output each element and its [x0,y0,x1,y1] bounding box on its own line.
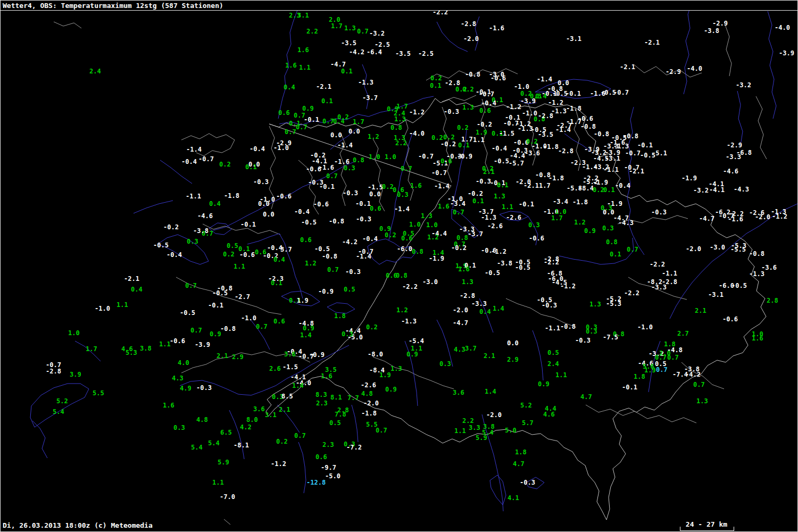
station-value: -0.1 [304,116,319,123]
status-text: Di, 26.03.2013 18:00z (c) Meteomedia [3,521,153,529]
station-value: 3.1 [265,411,277,419]
station-value: 4.7 [580,393,592,401]
station-value: -0.4 [492,145,507,152]
station-value: 2.6 [269,365,281,372]
station-value: -1.2 [491,248,506,255]
station-value: -0.7 [198,155,214,163]
station-value: 1.2 [368,133,379,140]
station-value: -2.8 [460,292,475,300]
station-value: 2.2 [462,417,474,425]
station-value: 1.2 [305,260,317,267]
station-value: -2.1 [316,83,331,90]
stations-layer: 2.33.12.01.71.32.20.7-3.2-2.2-2.8-1.6-2.… [1,1,797,531]
station-value: 3.9 [70,371,81,378]
station-value: 2.9 [232,353,244,361]
station-value: -0.2 [163,223,179,231]
station-value: 1.1 [117,301,128,309]
station-value: 2.8 [767,297,778,304]
station-value: 1.1 [159,340,171,348]
station-value: 0.7 [376,427,387,434]
station-value: -0.8 [623,132,638,140]
station-value: -3.8 [497,260,512,267]
station-value: -0.8 [465,71,480,78]
station-value: -2.1 [629,168,644,175]
station-value: 1.1 [212,479,224,486]
station-value: 0.3 [586,328,597,335]
station-value: 0.5 [547,349,559,356]
station-value: -1.1 [186,193,201,200]
station-value: 1.3 [390,365,402,372]
station-value: -1.3 [401,318,417,325]
station-value: -5.1 [652,149,667,157]
station-value: -0.9 [318,288,334,295]
station-value: -4.2 [349,48,364,56]
station-value: 1.6 [163,402,174,409]
station-value: 2.1 [484,352,495,360]
station-value: -0.3 [345,268,361,276]
station-value: 0.7 [453,209,464,216]
station-value: -0.2 [468,190,483,197]
station-value: -1.1 [545,325,560,332]
station-value: 1.6 [321,372,332,380]
station-value: 0.9 [303,325,314,332]
station-value: 0.0 [263,211,275,218]
station-value: -3.0 [422,278,438,286]
station-value: -1.0 [273,144,289,152]
station-value: 0.7 [401,165,412,172]
station-value: -2.1 [644,39,660,46]
station-value: 1.7 [539,182,551,189]
station-value: -2.8 [46,368,61,375]
station-value: 3.6 [453,389,464,396]
station-value: 0.0 [369,190,381,198]
station-value: 0.1 [271,279,282,287]
station-value: -1.4 [537,76,552,83]
station-value: 2.7 [677,330,689,337]
station-value: 4.9 [180,385,192,392]
station-value: 0.4 [479,308,491,315]
station-value: -0.8 [322,253,337,260]
station-value: 1.8 [634,373,645,380]
station-value: -2.9 [712,20,728,27]
station-value: 0.8 [412,248,423,255]
station-value: 1.0 [426,221,438,229]
station-value: -1.5 [499,130,514,137]
station-value: 4.3 [172,375,184,382]
station-value: 1.3 [589,301,601,308]
station-value: -0.4 [615,182,630,189]
station-value: 1.1 [234,263,245,270]
station-value: -6.4 [367,48,382,56]
station-value: -1.4 [356,253,371,260]
station-value: 5.4 [191,444,203,451]
station-value: -1.5 [368,184,383,191]
station-value: 1.0 [68,329,80,337]
station-value: 3.7 [280,246,292,253]
station-value: -0.1 [355,200,371,207]
station-value: 4.6 [543,411,555,418]
station-value: -0.6 [722,315,738,323]
station-value: 1.2 [396,306,408,314]
station-value: -1.8 [543,143,559,151]
station-value: 2.4 [547,360,559,368]
station-value: -1.8 [572,198,588,206]
station-value: -1.6 [728,215,743,223]
station-value: 0.7 [656,366,668,373]
station-value: -0.1 [622,384,637,391]
station-value: 1.0 [385,153,396,161]
station-value: -3.5 [395,50,411,57]
station-value: -8.1 [234,442,249,449]
station-value: -5.3 [606,300,621,307]
station-value: 2.3 [322,441,334,448]
station-value: 1.3 [462,278,473,286]
station-value: 5.4 [53,408,64,415]
station-value: -3.9 [520,97,536,105]
station-value: 2.4 [89,68,101,75]
station-value: -3.7 [468,230,483,238]
station-value: -3.2 [693,187,709,194]
station-value: 5.2 [56,397,68,405]
station-value: -0.8 [329,218,344,225]
station-value: 0.6 [479,107,491,114]
station-value: 4.2 [240,423,252,431]
status-bar: Di, 26.03.2013 18:00z (c) Meteomedia [1,521,797,530]
station-value: 0.2 [430,74,442,82]
station-value: -5.5 [730,246,746,253]
